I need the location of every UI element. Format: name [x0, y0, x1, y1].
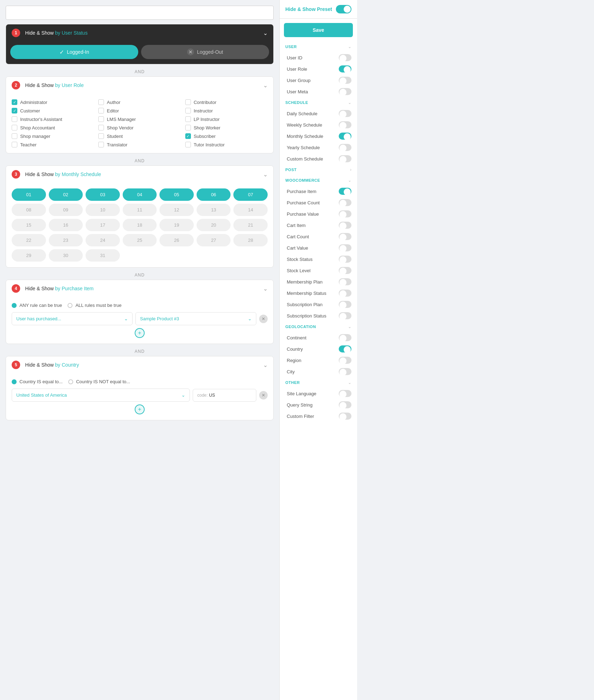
sidebar-item-region[interactable]: Region — [280, 355, 357, 366]
role-checkbox-instructors-assistant[interactable] — [12, 116, 17, 122]
sidebar-item-stock-status[interactable]: Stock Status — [280, 253, 357, 265]
country-add-btn[interactable]: + — [135, 404, 145, 414]
sidebar-item-stock-level[interactable]: Stock Level — [280, 265, 357, 276]
sidebar-toggle-cart-item[interactable] — [339, 222, 351, 229]
sidebar-toggle-city[interactable] — [339, 368, 351, 375]
sidebar-toggle-site-language[interactable] — [339, 390, 351, 397]
day-btn-05[interactable]: 05 — [159, 188, 194, 201]
sidebar-item-yearly-schedule[interactable]: Yearly Schedule — [280, 142, 357, 153]
sidebar-item-site-language[interactable]: Site Language — [280, 388, 357, 399]
sidebar-toggle-stock-level[interactable] — [339, 267, 351, 274]
day-btn-12[interactable]: 12 — [159, 204, 194, 216]
radio-all[interactable]: ALL rules must be true — [68, 303, 121, 308]
sidebar-item-membership-plan[interactable]: Membership Plan — [280, 276, 357, 287]
role-checkbox-translator[interactable] — [98, 142, 104, 147]
logged-in-tab[interactable]: ✓ Logged-In — [10, 45, 138, 59]
role-item-subscriber[interactable]: Subscriber — [185, 133, 268, 139]
sidebar-item-continent[interactable]: Continent — [280, 332, 357, 343]
sidebar-toggle-region[interactable] — [339, 357, 351, 364]
role-item-translator[interactable]: Translator — [98, 142, 181, 147]
role-item-shop-worker[interactable]: Shop Worker — [185, 125, 268, 130]
day-btn-30[interactable]: 30 — [49, 249, 83, 262]
day-btn-24[interactable]: 24 — [86, 234, 120, 246]
sidebar-item-membership-status[interactable]: Membership Status — [280, 287, 357, 299]
page-title-input[interactable]: Member's Limited Time Pricing — [6, 6, 274, 20]
day-btn-07[interactable]: 07 — [233, 188, 268, 201]
purchase-condition-dropdown[interactable]: User has purchased... ⌄ — [12, 312, 133, 325]
sidebar-toggle-user-id[interactable] — [339, 54, 351, 61]
sidebar-section-header-woocommerce[interactable]: WOOCOMMERCE⌄ — [280, 175, 357, 186]
sidebar-item-user-group[interactable]: User Group — [280, 75, 357, 86]
role-checkbox-shop-manager[interactable] — [12, 133, 17, 139]
save-button[interactable]: Save — [284, 23, 353, 37]
sidebar-section-header-post[interactable]: POST› — [280, 164, 357, 175]
sidebar-item-country[interactable]: Country — [280, 343, 357, 355]
sidebar-toggle-user-group[interactable] — [339, 77, 351, 84]
day-btn-18[interactable]: 18 — [123, 219, 157, 231]
role-item-lms-manager[interactable]: LMS Manager — [98, 116, 181, 122]
sidebar-item-cart-item[interactable]: Cart Item — [280, 220, 357, 231]
role-checkbox-shop-accountant[interactable] — [12, 125, 17, 130]
day-btn-22[interactable]: 22 — [12, 234, 46, 246]
role-checkbox-customer[interactable] — [12, 108, 17, 113]
purchase-product-dropdown[interactable]: Sample Product #3 ⌄ — [135, 312, 256, 325]
sidebar-item-subscription-status[interactable]: Subscription Status — [280, 310, 357, 321]
sidebar-item-subscription-plan[interactable]: Subscription Plan — [280, 299, 357, 310]
role-checkbox-teacher[interactable] — [12, 142, 17, 147]
day-btn-13[interactable]: 13 — [197, 204, 231, 216]
role-checkbox-shop-vendor[interactable] — [98, 125, 104, 130]
sidebar-item-custom-schedule[interactable]: Custom Schedule — [280, 153, 357, 164]
sidebar-item-query-string[interactable]: Query String — [280, 399, 357, 410]
role-checkbox-contributor[interactable] — [185, 99, 191, 105]
sidebar-item-user-meta[interactable]: User Meta — [280, 86, 357, 97]
sidebar-toggle-cart-count[interactable] — [339, 233, 351, 240]
sidebar-toggle-purchase-count[interactable] — [339, 199, 351, 206]
section-country-header[interactable]: 5 Hide & Show by Country ⌄ — [6, 356, 273, 373]
sidebar-toggle-custom-filter[interactable] — [339, 413, 351, 420]
role-checkbox-subscriber[interactable] — [185, 133, 191, 139]
sidebar-toggle-monthly-schedule[interactable] — [339, 133, 351, 140]
sidebar-toggle-yearly-schedule[interactable] — [339, 144, 351, 151]
sidebar-toggle-weekly-schedule[interactable] — [339, 121, 351, 128]
day-btn-25[interactable]: 25 — [123, 234, 157, 246]
role-item-contributor[interactable]: Contributor — [185, 99, 268, 105]
day-btn-08[interactable]: 08 — [12, 204, 46, 216]
role-checkbox-instructor[interactable] — [185, 108, 191, 113]
role-checkbox-shop-worker[interactable] — [185, 125, 191, 130]
role-item-instructors-assistant[interactable]: Instructor's Assistant — [12, 116, 94, 122]
day-btn-27[interactable]: 27 — [197, 234, 231, 246]
sidebar-item-user-role[interactable]: User Role — [280, 63, 357, 75]
section-purchase-header[interactable]: 4 Hide & Show by Purchase Item ⌄ — [6, 280, 273, 297]
role-item-teacher[interactable]: Teacher — [12, 142, 94, 147]
role-item-tutor-instructor[interactable]: Tutor Instructor — [185, 142, 268, 147]
day-btn-03[interactable]: 03 — [86, 188, 120, 201]
sidebar-toggle-membership-status[interactable] — [339, 290, 351, 297]
day-btn-17[interactable]: 17 — [86, 219, 120, 231]
role-item-shop-manager[interactable]: Shop manager — [12, 133, 94, 139]
role-checkbox-administrator[interactable] — [12, 99, 17, 105]
day-btn-19[interactable]: 19 — [159, 219, 194, 231]
role-checkbox-lms-manager[interactable] — [98, 116, 104, 122]
sidebar-section-header-other[interactable]: OTHER⌄ — [280, 377, 357, 388]
day-btn-15[interactable]: 15 — [12, 219, 46, 231]
role-item-student[interactable]: Student — [98, 133, 181, 139]
role-item-instructor[interactable]: Instructor — [185, 108, 268, 113]
sidebar-toggle-continent[interactable] — [339, 334, 351, 341]
role-item-customer[interactable]: Customer — [12, 108, 94, 113]
role-checkbox-student[interactable] — [98, 133, 104, 139]
sidebar-item-weekly-schedule[interactable]: Weekly Schedule — [280, 119, 357, 130]
radio-country-is-not[interactable]: Country IS NOT equal to... — [68, 379, 130, 384]
sidebar-item-daily-schedule[interactable]: Daily Schedule — [280, 108, 357, 119]
role-item-shop-vendor[interactable]: Shop Vendor — [98, 125, 181, 130]
day-btn-14[interactable]: 14 — [233, 204, 268, 216]
sidebar-item-monthly-schedule[interactable]: Monthly Schedule — [280, 130, 357, 142]
purchase-add-btn[interactable]: + — [135, 328, 145, 338]
day-btn-02[interactable]: 02 — [49, 188, 83, 201]
radio-any[interactable]: ANY rule can be true — [12, 303, 62, 308]
day-btn-16[interactable]: 16 — [49, 219, 83, 231]
sidebar-toggle-membership-plan[interactable] — [339, 278, 351, 285]
day-btn-28[interactable]: 28 — [233, 234, 268, 246]
sidebar-toggle-query-string[interactable] — [339, 401, 351, 408]
sidebar-section-header-schedule[interactable]: SCHEDULE⌄ — [280, 97, 357, 108]
sidebar-toggle-subscription-status[interactable] — [339, 312, 351, 319]
